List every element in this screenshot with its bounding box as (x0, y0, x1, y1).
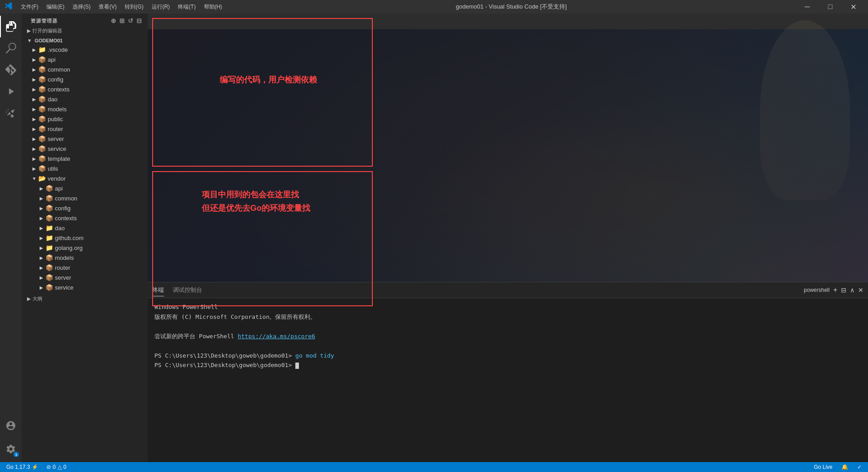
item-label: public (48, 116, 63, 123)
tree-item-contexts[interactable]: ▶ 📦 contexts (22, 84, 148, 94)
folder-special-icon: 📦 (38, 66, 46, 73)
folder-special-icon: 📦 (38, 76, 46, 83)
tree-item-vendor-common[interactable]: ▶ 📦 common (22, 193, 148, 203)
terminal-cursor (295, 363, 299, 369)
tree-item-config[interactable]: ▶ 📦 config (22, 74, 148, 84)
sidebar-header: 资源管理器 ⊕ ⊞ ↺ ⊟ (22, 14, 148, 26)
warnings-count: 0 (63, 464, 67, 470)
terminal-line-7: PS C:\Users\123\Desktop\goweb\godemo01> (154, 361, 861, 370)
item-label: github.com (55, 235, 84, 241)
add-terminal-button[interactable]: + (833, 286, 837, 294)
activity-account[interactable] (0, 415, 22, 436)
arrow-icon: ▶ (38, 236, 45, 241)
activity-extensions[interactable] (0, 102, 22, 124)
tree-item-common[interactable]: ▶ 📦 common (22, 64, 148, 74)
item-label: models (55, 254, 74, 261)
statusbar: Go 1.17.3 ⚡ ⊘ 0 △ 0 Go Live 🔔 ✓ (0, 462, 868, 472)
tree-item-public[interactable]: ▶ 📦 public (22, 114, 148, 124)
section-open-editors[interactable]: ▶ 打开的编辑器 (22, 26, 148, 36)
menu-help[interactable]: 帮助(H) (200, 2, 226, 12)
collapse-icon[interactable]: ⊟ (136, 17, 142, 24)
close-button[interactable]: ✕ (843, 0, 863, 14)
activity-debug[interactable] (0, 81, 22, 102)
terminal-line-3 (154, 322, 861, 331)
terminal-path: PS C:\Users\123\Desktop\goweb\godemo01> (154, 352, 295, 359)
tree-item-server[interactable]: ▶ 📦 server (22, 134, 148, 144)
item-label: config (55, 205, 71, 212)
tree-item-service[interactable]: ▶ 📦 service (22, 144, 148, 154)
tab-terminal[interactable]: 终端 (152, 284, 164, 296)
terminal-content: Windows PowerShell 版权所有 (C) Microsoft Co… (148, 298, 868, 462)
arrow-icon: ▶ (31, 77, 38, 82)
statusbar-go-version[interactable]: Go 1.17.3 ⚡ (5, 464, 40, 470)
tree-item-models[interactable]: ▶ 📦 models (22, 104, 148, 114)
item-label: common (48, 66, 70, 73)
tree-item-vendor-contexts[interactable]: ▶ 📦 contexts (22, 213, 148, 223)
menu-edit[interactable]: 编辑(E) (43, 2, 68, 12)
section-project[interactable]: ▼ GODEMO01 (22, 36, 148, 45)
arrow-icon: ▶ (31, 97, 38, 102)
menu-run[interactable]: 运行(R) (148, 2, 174, 12)
tab-debug-console[interactable]: 调试控制台 (173, 284, 202, 296)
vscode-logo (5, 2, 13, 12)
tree-item-vendor-router[interactable]: ▶ 📦 router (22, 263, 148, 272)
activity-explorer[interactable] (0, 16, 22, 37)
tree-item-vendor-server[interactable]: ▶ 📦 server (22, 272, 148, 282)
arrow-icon: ▶ (38, 206, 45, 211)
tree-item-vscode[interactable]: ▶ 📁 .vscode (22, 45, 148, 54)
statusbar-golive[interactable]: Go Live (812, 464, 834, 470)
menu-goto[interactable]: 转到(G) (121, 2, 147, 12)
statusbar-notifications[interactable]: 🔔 (840, 464, 850, 470)
tree-item-dao[interactable]: ▶ 📦 dao (22, 94, 148, 104)
folder-special-icon: 📦 (45, 264, 53, 271)
menu-terminal[interactable]: 终端(T) (174, 2, 199, 12)
terminal-split-button[interactable]: ⊟ (841, 286, 846, 294)
activity-bar-bottom: 1 (0, 415, 22, 462)
terminal-path-2: PS C:\Users\123\Desktop\goweb\godemo01> (154, 362, 295, 368)
statusbar-errors[interactable]: ⊘ 0 △ 0 (45, 464, 68, 470)
tree-item-router[interactable]: ▶ 📦 router (22, 124, 148, 134)
section-outline[interactable]: ▶ 大纲 (22, 294, 148, 304)
folder-special-icon: 📦 (45, 195, 53, 202)
folder-special-icon: 📦 (45, 214, 53, 222)
menu-select[interactable]: 选择(S) (69, 2, 94, 12)
close-terminal-button[interactable]: ✕ (858, 286, 863, 294)
errors-icon: ⊘ (46, 464, 51, 470)
activity-search[interactable] (0, 37, 22, 59)
item-label: contexts (55, 215, 77, 222)
menu-file[interactable]: 文件(F) (17, 2, 42, 12)
new-folder-icon[interactable]: ⊞ (119, 17, 125, 24)
new-file-icon[interactable]: ⊕ (111, 17, 117, 24)
folder-icon: 📁 (45, 244, 53, 251)
item-label: common (55, 195, 77, 202)
item-label: dao (48, 96, 58, 103)
tree-item-api[interactable]: ▶ 📦 api (22, 54, 148, 64)
activity-git[interactable] (0, 59, 22, 81)
tree-item-vendor-service[interactable]: ▶ 📦 service (22, 282, 148, 292)
refresh-icon[interactable]: ↺ (128, 17, 134, 24)
activity-settings[interactable]: 1 (0, 438, 22, 460)
tree-item-utils[interactable]: ▶ 📦 utils (22, 163, 148, 173)
minimize-button[interactable]: ─ (797, 0, 818, 14)
arrow-icon: ▶ (38, 245, 45, 250)
arrow-icon: ▶ (38, 275, 45, 280)
folder-special-icon: 📦 (45, 284, 53, 291)
statusbar-sync[interactable]: ✓ (855, 464, 863, 470)
maximize-button[interactable]: □ (820, 0, 841, 14)
terminal-line-6: PS C:\Users\123\Desktop\goweb\godemo01> … (154, 351, 861, 360)
arrow-icon: ▶ (38, 186, 45, 191)
titlebar: 文件(F) 编辑(E) 选择(S) 查看(V) 转到(G) 运行(R) 终端(T… (0, 0, 868, 14)
menu-view[interactable]: 查看(V) (95, 2, 120, 12)
activity-bar: 1 (0, 14, 22, 462)
terminal-controls: powershell + ⊟ ∧ ✕ (804, 286, 863, 294)
maximize-terminal-button[interactable]: ∧ (850, 286, 854, 294)
tree-item-vendor-golang[interactable]: ▶ 📁 golang.org (22, 243, 148, 253)
tree-item-vendor-github[interactable]: ▶ 📁 github.com (22, 233, 148, 243)
tree-item-vendor-api[interactable]: ▶ 📦 api (22, 183, 148, 193)
terminal-url[interactable]: https://aka.ms/pscore6 (238, 333, 315, 340)
tree-item-template[interactable]: ▶ 📦 template (22, 154, 148, 163)
tree-item-vendor-dao[interactable]: ▶ 📁 dao (22, 223, 148, 233)
tree-item-vendor-models[interactable]: ▶ 📦 models (22, 253, 148, 263)
tree-item-vendor[interactable]: ▼ 📂 vendor (22, 173, 148, 183)
tree-item-vendor-config[interactable]: ▶ 📦 config (22, 203, 148, 213)
